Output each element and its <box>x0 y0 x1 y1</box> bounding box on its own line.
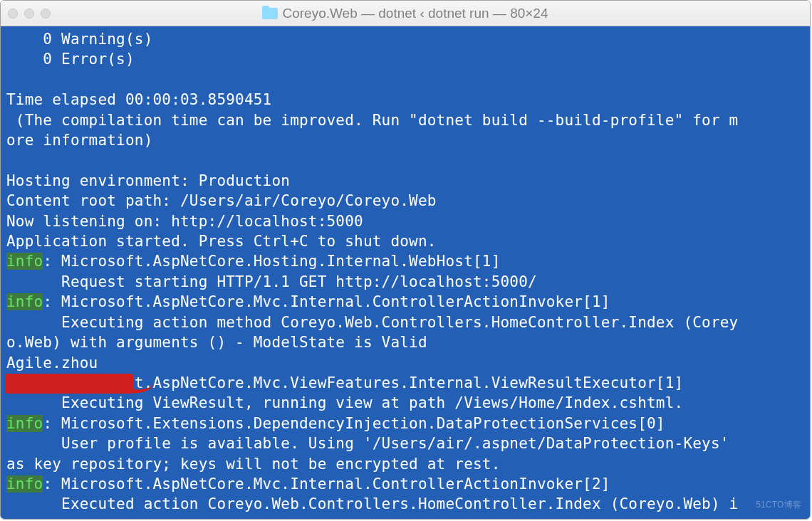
output-line: 0 Warning(s) <box>6 31 153 48</box>
folder-icon <box>262 8 278 19</box>
redaction-mark <box>5 374 133 394</box>
output-line: : Microsoft.AspNetCore.Hosting.Internal.… <box>43 253 500 270</box>
minimize-button[interactable] <box>24 9 34 19</box>
terminal-output[interactable]: 0 Warning(s) 0 Error(s) Time elapsed 00:… <box>1 26 810 519</box>
output-line: 0 Error(s) <box>6 51 135 68</box>
output-line: o.Web) with arguments () - ModelState is… <box>6 334 427 351</box>
output-line: Executing action method Coreyo.Web.Contr… <box>6 314 738 331</box>
window-title: Coreyo.Web — dotnet ‹ dotnet run — 80×24 <box>282 6 548 21</box>
window-title-area: Coreyo.Web — dotnet ‹ dotnet run — 80×24 <box>1 6 810 21</box>
log-level-badge: info <box>6 415 43 432</box>
output-line: User profile is available. Using '/Users… <box>6 435 738 452</box>
output-line: : Microsoft.AspNetCore.Mvc.Internal.Cont… <box>43 293 610 310</box>
output-line: as key repository; keys will not be encr… <box>6 456 501 473</box>
close-button[interactable] <box>8 9 18 19</box>
output-line: : Microsoft.Extensions.DependencyInjecti… <box>43 415 665 432</box>
log-level-badge: info <box>6 475 43 493</box>
log-level-badge: info <box>6 293 43 310</box>
output-line: Time elapsed 00:00:03.8590451 <box>6 91 271 108</box>
output-line: Request starting HTTP/1.1 GET http://loc… <box>6 273 556 290</box>
output-line: Content root path: /Users/air/Coreyo/Cor… <box>6 192 437 209</box>
watermark: 51CTO博客 <box>756 495 801 515</box>
titlebar[interactable]: Coreyo.Web — dotnet ‹ dotnet run — 80×24 <box>1 1 810 26</box>
traffic-lights <box>8 9 51 19</box>
output-line: ore information) <box>6 132 153 149</box>
terminal-window: Coreyo.Web — dotnet ‹ dotnet run — 80×24… <box>0 0 811 520</box>
output-line: Application started. Press Ctrl+C to shu… <box>6 233 437 250</box>
output-line: Now listening on: http://localhost:5000 <box>6 213 363 230</box>
output-line: : Microsoft.AspNetCore.Mvc.Internal.Cont… <box>43 475 610 493</box>
output-line: Executing ViewResult, running view at pa… <box>6 394 683 411</box>
zoom-button[interactable] <box>41 9 51 19</box>
output-line: Agile.zhou <box>6 354 98 372</box>
output-line: Executed action Coreyo.Web.Controllers.H… <box>6 495 738 512</box>
output-line: Hosting environment: Production <box>6 172 290 189</box>
output-line: (The compilation time can be improved. R… <box>6 112 738 129</box>
log-level-badge: info <box>6 253 43 270</box>
